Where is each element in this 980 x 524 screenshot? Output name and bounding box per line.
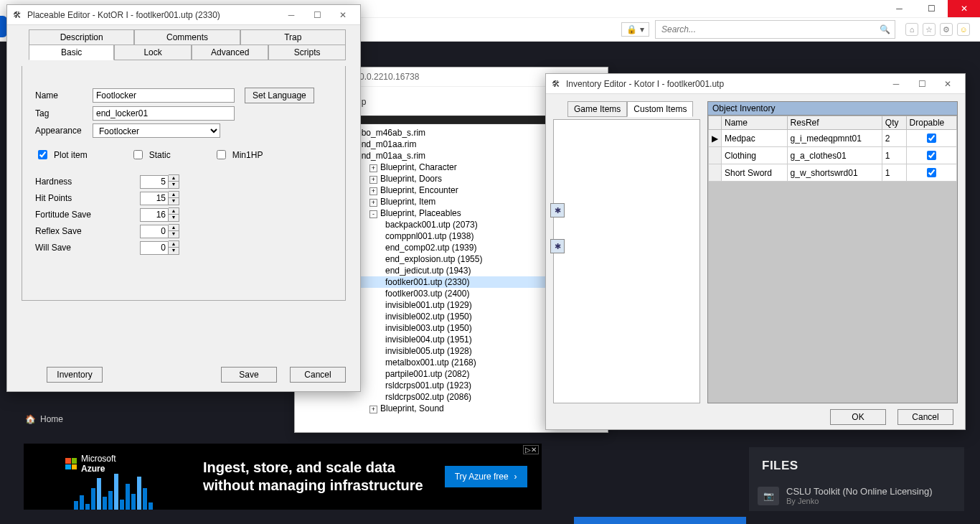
- expand-icon[interactable]: -: [369, 210, 377, 218]
- min1hp-checkbox[interactable]: Min1HP: [214, 148, 263, 162]
- dropable-checkbox[interactable]: [927, 151, 936, 160]
- maximize-button[interactable]: ☐: [304, 8, 330, 22]
- cancel-button[interactable]: Cancel: [897, 409, 953, 425]
- ad-options[interactable]: ▷✕: [523, 445, 539, 454]
- tree-node-label: invisible002.utp (1950): [385, 312, 472, 322]
- fort-spinner[interactable]: ▲▼: [169, 207, 179, 222]
- hp-spinner[interactable]: ▲▼: [169, 191, 179, 205]
- cancel-button[interactable]: Cancel: [290, 367, 346, 383]
- ok-button[interactable]: OK: [830, 409, 886, 425]
- close-button[interactable]: ✕: [935, 77, 961, 91]
- favorites-icon[interactable]: ☆: [923, 23, 936, 36]
- tree-node-label: ebo_m46ab_s.rim: [357, 128, 425, 138]
- expand-icon[interactable]: +: [369, 199, 377, 207]
- chevron-right-icon: ›: [514, 472, 517, 482]
- tab-custom-items[interactable]: Custom Items: [627, 101, 693, 117]
- ad-cta-label: Try Azure free: [455, 472, 509, 482]
- table-row[interactable]: Clothingg_a_clothes011: [709, 147, 957, 164]
- settings-icon[interactable]: ⚙: [940, 23, 953, 36]
- close-button[interactable]: ✕: [330, 8, 356, 22]
- tree-node-label: rsldcrps002.utp (2086): [385, 392, 471, 402]
- window-title: Placeable Editor - KotOR I - footlker001…: [27, 10, 278, 20]
- static-checkbox[interactable]: Static: [131, 148, 171, 162]
- expand-icon[interactable]: +: [369, 406, 377, 413]
- app-icon: 🛠: [11, 9, 23, 21]
- expand-icon[interactable]: +: [369, 187, 377, 195]
- tab-trap[interactable]: Trap: [240, 29, 346, 45]
- name-input[interactable]: [93, 88, 235, 103]
- breadcrumb[interactable]: 🏠Home: [25, 413, 63, 424]
- inventory-button[interactable]: Inventory: [47, 367, 103, 383]
- grid-title: Object Inventory: [707, 101, 958, 116]
- items-list[interactable]: [553, 119, 700, 403]
- table-row[interactable]: Short Swordg_w_shortswrd011: [709, 164, 957, 182]
- expand-icon[interactable]: +: [369, 176, 377, 184]
- table-row[interactable]: ▶Medpacg_i_medeqpmnt012: [709, 130, 957, 147]
- tree-node-label: Blueprint, Sound: [380, 403, 444, 413]
- col-qty[interactable]: Qty: [882, 116, 906, 130]
- dropable-checkbox[interactable]: [927, 168, 936, 177]
- tag-label: Tag: [35, 108, 93, 118]
- ad-headline-2: without managing infrastructure: [203, 477, 423, 494]
- tree-node-label: rsldcrps001.utp (1923): [385, 380, 471, 390]
- files-header: FILES: [749, 447, 964, 480]
- tag-input[interactable]: [93, 106, 235, 121]
- feedback-icon[interactable]: ☺: [957, 23, 970, 36]
- inventory-grid[interactable]: Name ResRef Qty Dropable ▶Medpacg_i_mede…: [707, 116, 958, 403]
- search-box[interactable]: 🔍: [655, 20, 895, 39]
- appearance-select[interactable]: Footlocker: [93, 123, 220, 138]
- ad-cta-button[interactable]: Try Azure free ›: [445, 466, 527, 487]
- hardness-input[interactable]: [140, 175, 169, 189]
- tab-comments[interactable]: Comments: [134, 29, 240, 45]
- hp-input[interactable]: [140, 192, 169, 205]
- col-name[interactable]: Name: [722, 116, 788, 130]
- hp-label: Hit Points: [35, 193, 140, 203]
- fort-input[interactable]: [140, 208, 169, 222]
- tree-node-label: end_comp02.utp (1939): [385, 243, 476, 253]
- browser-close[interactable]: ✕: [948, 0, 980, 17]
- advertisement[interactable]: MicrosoftAzure Ingest, store, and scale …: [24, 444, 542, 510]
- tab-advanced[interactable]: Advanced: [192, 45, 269, 60]
- home-icon[interactable]: ⌂: [905, 23, 918, 36]
- will-spinner[interactable]: ▲▼: [169, 240, 179, 255]
- home-icon: 🏠: [25, 414, 36, 424]
- maximize-button[interactable]: ☐: [909, 77, 935, 91]
- tree-node-label: backpack001.utp (2073): [385, 220, 478, 230]
- tab-description[interactable]: Description: [29, 29, 134, 45]
- tab-lock[interactable]: Lock: [114, 45, 192, 60]
- tree-node-label: invisible005.utp (1928): [385, 346, 472, 356]
- dropable-checkbox[interactable]: [927, 134, 936, 143]
- add-item-icon[interactable]: ✱: [550, 203, 565, 217]
- inventory-editor-window: 🛠 Inventory Editor - Kotor I - footlker0…: [545, 73, 966, 430]
- minimize-button[interactable]: ─: [278, 8, 304, 22]
- plot-checkbox[interactable]: Plot item: [35, 148, 88, 162]
- tab-game-items[interactable]: Game Items: [567, 101, 627, 117]
- tab-scripts[interactable]: Scripts: [268, 45, 346, 60]
- hardness-label: Hardness: [35, 177, 140, 187]
- tree-node-label: footlker003.utp (2400): [385, 289, 469, 299]
- ad-headline-1: Ingest, store, and scale data: [203, 459, 423, 476]
- url-security[interactable]: 🔒▾: [621, 22, 649, 37]
- will-input[interactable]: [140, 241, 169, 255]
- reflex-spinner[interactable]: ▲▼: [169, 224, 179, 238]
- col-resref[interactable]: ResRef: [787, 116, 882, 130]
- breadcrumb-home[interactable]: Home: [40, 414, 63, 424]
- tree-node-label: end_explosion.utp (1955): [385, 254, 482, 264]
- col-dropable[interactable]: Dropable: [906, 116, 956, 130]
- hardness-spinner[interactable]: ▲▼: [169, 174, 179, 189]
- file-item[interactable]: 📷 CSLU Toolkit (No Online Licensing) By …: [749, 480, 964, 511]
- tree-node-label: Blueprint, Item: [380, 197, 435, 207]
- reflex-input[interactable]: [140, 225, 169, 238]
- search-input[interactable]: [660, 24, 861, 35]
- browser-minimize[interactable]: ─: [883, 0, 915, 17]
- browser-maximize[interactable]: ☐: [915, 0, 948, 17]
- tab-basic[interactable]: Basic: [29, 45, 114, 60]
- save-button[interactable]: Save: [221, 367, 277, 383]
- minimize-button[interactable]: ─: [883, 77, 909, 91]
- tree-node-label: partpile001.utp (2082): [385, 369, 469, 379]
- tree-node-label: end_jedicut.utp (1943): [385, 266, 471, 276]
- remove-item-icon[interactable]: ✱: [550, 239, 565, 253]
- expand-icon[interactable]: +: [369, 164, 377, 172]
- set-language-button[interactable]: Set Language: [245, 88, 314, 103]
- search-icon[interactable]: 🔍: [880, 24, 890, 34]
